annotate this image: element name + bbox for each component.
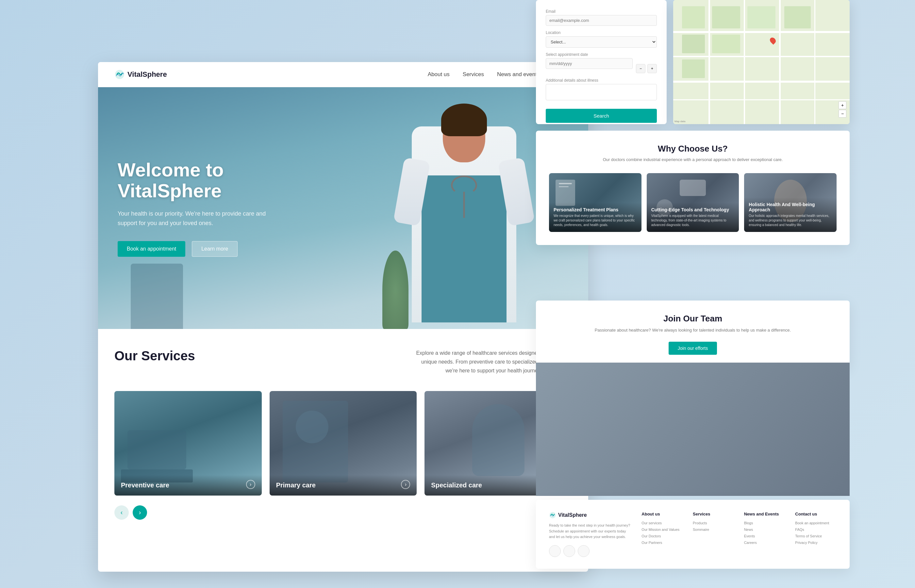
hero-buttons: Book an appointment Learn more — [118, 241, 268, 257]
footer-col-title-contact: Contact us — [795, 512, 837, 517]
email-field: Email — [546, 9, 657, 26]
footer-link-faqs[interactable]: FAQs — [795, 528, 837, 531]
why-card-title-1: Personalized Treatment Plans — [554, 207, 637, 212]
nav-services[interactable]: Services — [463, 71, 484, 78]
location-field: Location Select... — [546, 31, 657, 48]
map-zoom-out[interactable]: − — [839, 110, 846, 118]
footer-link-services[interactable]: Our services — [642, 521, 683, 525]
footer-link-news[interactable]: News — [744, 528, 786, 531]
map-road — [673, 31, 850, 33]
book-appointment-button[interactable]: Book an appointment — [118, 241, 185, 257]
service-label-primary: Primary care — [270, 475, 417, 496]
footer-col-news: News and Events Blogs News Events Career… — [744, 512, 786, 557]
footer-link-products[interactable]: Products — [693, 521, 734, 525]
footer-link-partners[interactable]: Our Partners — [642, 541, 683, 544]
footer-badges — [549, 545, 632, 557]
map-zoom-in[interactable]: + — [839, 101, 846, 109]
nav-about[interactable]: About us — [428, 71, 449, 78]
why-description: Our doctors combine industrial experienc… — [549, 157, 837, 163]
why-card-title-2: Cutting-Edge Tools and Technology — [651, 207, 735, 212]
service-arrow-2[interactable] — [401, 480, 410, 489]
learn-more-button[interactable]: Learn more — [192, 241, 238, 257]
logo[interactable]: VitalSphere — [115, 69, 167, 80]
map-block — [682, 6, 705, 28]
carousel-controls: ‹ › — [115, 506, 572, 520]
email-input[interactable] — [546, 15, 657, 26]
map-road — [744, 0, 745, 124]
why-title: Why Choose Us? — [549, 144, 837, 154]
footer-link-sommaire[interactable]: Sommaire — [693, 528, 734, 531]
appointment-date-label: Select appointment date — [546, 52, 657, 57]
hero-title: Welcome to VitalSphere — [118, 160, 268, 201]
why-card-text-3: Our holistic approach integrates mental … — [748, 214, 832, 227]
service-card-primary[interactable]: Primary care — [270, 391, 417, 496]
footer-link-doctors[interactable]: Our Doctors — [642, 534, 683, 538]
nav-news[interactable]: News and events — [497, 71, 540, 78]
date-minus-btn[interactable]: − — [636, 64, 645, 73]
footer-link-events[interactable]: Events — [744, 534, 786, 538]
footer-link-book[interactable]: Book an appointment — [795, 521, 837, 525]
map-road — [673, 56, 850, 57]
search-button[interactable]: Search — [546, 109, 657, 123]
map-controls: + − — [839, 101, 846, 118]
footer-link-terms[interactable]: Terms of Service — [795, 534, 837, 538]
booking-form: Email Location Select... Select appointm… — [536, 0, 667, 124]
map-road — [814, 0, 815, 124]
service-arrow-1[interactable] — [246, 480, 255, 489]
services-title: Our Services — [115, 349, 195, 363]
hero-section: Welcome to VitalSphere Your health is ou… — [98, 87, 588, 329]
why-card-content-3: Holistic Health And Well-being Approach … — [744, 197, 837, 232]
service-label-preventive: Preventive care — [115, 475, 262, 496]
badge-1 — [549, 545, 561, 557]
details-textarea[interactable] — [546, 84, 657, 100]
why-card-text-2: VitalSphere is equipped with the latest … — [651, 214, 735, 227]
service-card-preventive[interactable]: Preventive care — [115, 391, 262, 496]
date-plus-btn[interactable]: + — [647, 64, 657, 73]
website-card: VitalSphere About us Services News and e… — [98, 62, 588, 572]
appointment-date-field: Select appointment date − + — [546, 52, 657, 73]
footer-brand: VitalSphere Ready to take the next step … — [549, 512, 632, 557]
why-card-technology: Cutting-Edge Tools and Technology VitalS… — [647, 173, 739, 232]
footer-grid: VitalSphere Ready to take the next step … — [549, 512, 837, 557]
hero-subtitle: Your health is our priority. We're here … — [118, 209, 268, 228]
right-panel-top: Email Location Select... Select appointm… — [536, 0, 850, 124]
team-photo-5 — [642, 431, 744, 496]
map-block — [712, 6, 740, 28]
why-cards: Personalized Treatment Plans We recogniz… — [549, 173, 837, 232]
services-section: Our Services Explore a wide range of hea… — [98, 329, 588, 540]
footer-col-contact: Contact us Book an appointment FAQs Term… — [795, 512, 837, 557]
map-road — [708, 0, 710, 124]
carousel-prev-button[interactable]: ‹ — [115, 506, 129, 520]
why-choose-us-section: Why Choose Us? Our doctors combine indus… — [536, 131, 850, 245]
map-location-pin — [770, 37, 776, 44]
footer-tagline: Ready to take the next step in your heal… — [549, 523, 632, 540]
footer-link-blogs[interactable]: Blogs — [744, 521, 786, 525]
badge-3 — [578, 545, 590, 557]
map-road — [779, 0, 781, 124]
join-title: Join Our Team — [549, 313, 837, 324]
why-card-text-1: We recognize that every patient is uniqu… — [554, 214, 637, 227]
map-road — [673, 99, 850, 100]
map-block — [784, 6, 811, 28]
date-input[interactable] — [546, 58, 633, 69]
join-button[interactable]: Join our efforts — [669, 342, 717, 355]
map-block — [682, 35, 705, 53]
footer-col-title-about: About us — [642, 512, 683, 517]
why-card-content-1: Personalized Treatment Plans We recogniz… — [549, 202, 642, 232]
footer-link-careers[interactable]: Careers — [744, 541, 786, 544]
footer-section: VitalSphere Ready to take the next step … — [536, 500, 850, 569]
footer-link-privacy[interactable]: Privacy Policy — [795, 541, 837, 544]
services-grid: Preventive care Primary care Specialized… — [115, 391, 572, 496]
date-row: − + — [546, 58, 657, 73]
join-description: Passionate about healthcare? We're alway… — [549, 327, 837, 334]
location-select[interactable]: Select... — [546, 36, 657, 48]
map-attribution: Map data — [674, 120, 685, 123]
footer-link-mission[interactable]: Our Mission and Values — [642, 528, 683, 531]
navigation: VitalSphere About us Services News and e… — [98, 62, 588, 87]
map-road — [673, 81, 850, 82]
join-team-section: Join Our Team Passionate about healthcar… — [536, 300, 850, 368]
why-card-treatment: Personalized Treatment Plans We recogniz… — [549, 173, 642, 232]
map-block — [747, 6, 776, 28]
hero-content: Welcome to VitalSphere Your health is ou… — [98, 160, 288, 257]
carousel-next-button[interactable]: › — [133, 506, 147, 520]
